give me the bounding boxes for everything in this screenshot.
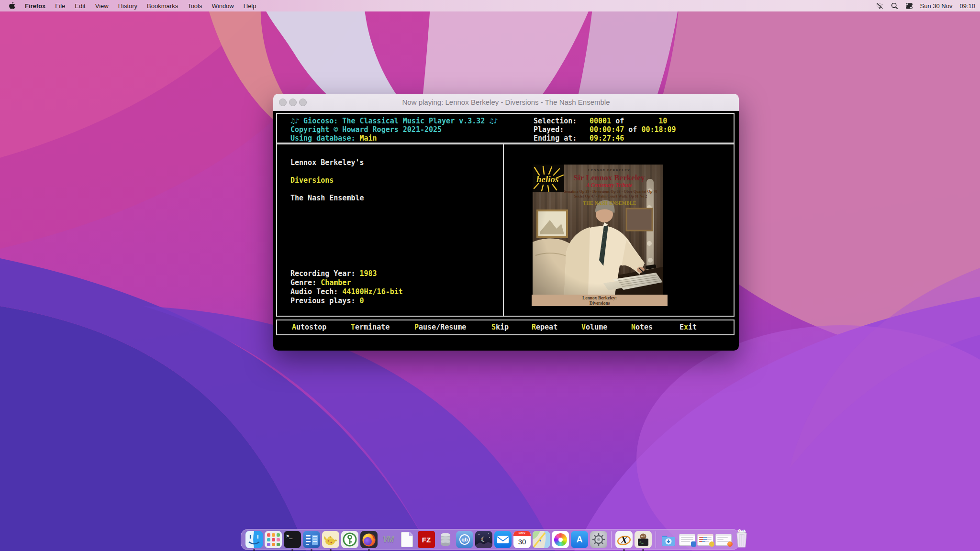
app-store-icon: A bbox=[571, 531, 588, 548]
gear-icon bbox=[590, 531, 607, 548]
menubar-item-tools[interactable]: Tools bbox=[183, 0, 207, 11]
downloads-folder-icon bbox=[660, 531, 677, 548]
menubar-item-help[interactable]: Help bbox=[239, 0, 261, 11]
album-caption: Lennox Berkeley: Diversions bbox=[532, 295, 668, 306]
database-cylinder-icon bbox=[437, 531, 454, 548]
exit-command[interactable]: Exit bbox=[679, 323, 697, 331]
app-title-line: ♫♪ Giocoso: The Classical Music Player v… bbox=[290, 117, 498, 125]
trash-full-icon bbox=[734, 529, 750, 548]
running-indicator bbox=[642, 549, 644, 551]
window-title: Now playing: Lennox Berkeley - Diversion… bbox=[273, 94, 739, 111]
dock-icon-tea-lamp-app[interactable] bbox=[322, 531, 339, 548]
dock-icon-downloads-folder[interactable] bbox=[660, 531, 677, 548]
dock-icon-night-sky-app[interactable]: ☾ bbox=[475, 531, 492, 548]
audio-tech: 44100Hz/16-bit bbox=[342, 287, 402, 296]
dock-separator bbox=[611, 531, 612, 548]
menubar-item-history[interactable]: History bbox=[113, 0, 142, 11]
app-badge-icon bbox=[691, 541, 696, 547]
dock-separator bbox=[656, 531, 656, 548]
dock-icon-mail[interactable] bbox=[494, 531, 512, 548]
dock-icon-qbittorrent[interactable]: qb bbox=[456, 531, 473, 548]
mail-envelope-icon bbox=[494, 531, 512, 548]
app-badge-icon bbox=[709, 541, 714, 547]
minimized-window-document[interactable] bbox=[679, 534, 695, 546]
menubar-item-view[interactable]: View bbox=[90, 0, 113, 11]
menubar-item-edit[interactable]: Edit bbox=[70, 0, 90, 11]
dock-icon-xquartz[interactable]: X bbox=[615, 531, 633, 548]
ending-time: 09:27:46 bbox=[590, 134, 624, 143]
running-indicator bbox=[623, 549, 625, 551]
list-app-icon bbox=[303, 531, 320, 548]
qbittorrent-logo-icon: qb bbox=[456, 531, 473, 548]
dock-icon-calendar[interactable]: NOV 30 bbox=[513, 531, 531, 548]
dock-icon-maps[interactable] bbox=[533, 531, 550, 548]
skip-command[interactable]: Skip bbox=[491, 323, 509, 331]
app-badge-icon bbox=[727, 541, 733, 547]
played-total: 00:18:09 bbox=[641, 125, 676, 134]
now-playing-titles: Lennox Berkeley's Diversions The Nash En… bbox=[290, 158, 364, 211]
dock-icon-launchpad[interactable] bbox=[265, 531, 282, 548]
dock-icon-vmware[interactable]: VM bbox=[379, 531, 397, 548]
dock-icon-system-preferences[interactable] bbox=[590, 531, 607, 548]
recording-year: 1983 bbox=[360, 269, 377, 278]
menubar-app-name[interactable]: Firefox bbox=[20, 0, 50, 11]
composer-line: Lennox Berkeley's bbox=[290, 158, 364, 167]
dock-icon-trash[interactable] bbox=[734, 529, 750, 548]
dock-icon-document-app[interactable] bbox=[399, 531, 416, 548]
dock-icon-firefox[interactable] bbox=[360, 531, 378, 548]
svg-text:Sonatina Op 39 · Diversions Op: Sonatina Op 39 · Diversions Op 63 · Oboe… bbox=[564, 189, 657, 194]
minimized-window-code[interactable] bbox=[697, 534, 713, 546]
svg-text:A Centenary Tribute: A Centenary Tribute bbox=[586, 182, 633, 188]
database-label: Using database: bbox=[290, 134, 360, 143]
notes-command[interactable]: Notes bbox=[631, 323, 653, 331]
selection-label: Selection: bbox=[534, 117, 590, 125]
terminal-prompt-icon: >_ bbox=[284, 531, 301, 548]
menubar-item-bookmarks[interactable]: Bookmarks bbox=[142, 0, 183, 11]
terminate-command[interactable]: Terminate bbox=[351, 323, 390, 331]
svg-text:Sextet Op 47 · Palm Court Walt: Sextet Op 47 · Palm Court Waltz Op 81 No… bbox=[574, 194, 647, 198]
spotlight-search-icon[interactable] bbox=[891, 2, 898, 10]
volume-command[interactable]: Volume bbox=[581, 323, 607, 331]
selection-total: 10 bbox=[658, 117, 667, 125]
wifi-off-icon[interactable] bbox=[876, 2, 884, 10]
firefox-logo-icon bbox=[360, 531, 378, 548]
svg-text:LENNOX BERKELEY: LENNOX BERKELEY bbox=[588, 168, 631, 172]
dock-icon-terminal[interactable]: >_ bbox=[284, 531, 301, 548]
menubar-date[interactable]: Sun 30 Nov bbox=[920, 2, 953, 10]
document-page-icon bbox=[399, 531, 416, 548]
dock: >_ bbox=[241, 529, 739, 550]
playback-status: Selection:00001 of10 Played:00:00:47 of … bbox=[534, 117, 676, 143]
menubar-time[interactable]: 09:10 bbox=[959, 2, 975, 10]
apple-menu[interactable] bbox=[9, 2, 15, 10]
app-banner: ♫♪ Giocoso: The Classical Music Player v… bbox=[290, 117, 498, 143]
minimized-window-browser[interactable] bbox=[715, 534, 732, 546]
dock-icon-finder[interactable] bbox=[245, 531, 263, 548]
window-titlebar[interactable]: Now playing: Lennox Berkeley - Diversion… bbox=[273, 94, 739, 111]
recording-metadata: Recording Year: 1983 Genre: Chamber Audi… bbox=[290, 269, 403, 306]
control-center-icon[interactable] bbox=[905, 3, 913, 9]
performer-line: The Nash Ensemble bbox=[290, 194, 364, 202]
menubar-item-file[interactable]: File bbox=[50, 0, 70, 11]
magic-lamp-icon bbox=[322, 531, 339, 548]
pause-resume-command[interactable]: Pause/Resume bbox=[414, 323, 466, 331]
svg-text:Sir Lennox Berkeley: Sir Lennox Berkeley bbox=[574, 173, 645, 182]
dock-icon-owl-terminal[interactable]: >_ bbox=[635, 531, 652, 548]
running-indicator bbox=[291, 549, 293, 551]
dock-icon-app-store[interactable]: A bbox=[571, 531, 588, 548]
repeat-command[interactable]: Repeat bbox=[532, 323, 557, 331]
menubar-item-window[interactable]: Window bbox=[207, 0, 239, 11]
caption-artist: Lennox Berkeley: bbox=[532, 296, 668, 301]
filezilla-logo-icon: FZ bbox=[418, 531, 435, 548]
giocoso-player-window: Now playing: Lennox Berkeley - Diversion… bbox=[273, 94, 739, 351]
launchpad-grid-icon bbox=[265, 531, 282, 548]
work-title: Diversions bbox=[290, 176, 364, 185]
autostop-command[interactable]: Autostop bbox=[292, 323, 326, 331]
played-label: Played: bbox=[534, 125, 590, 134]
dock-icon-list-app[interactable] bbox=[303, 531, 320, 548]
dock-icon-database-app[interactable] bbox=[437, 531, 454, 548]
dock-icon-photos[interactable] bbox=[552, 531, 569, 548]
svg-text:>_: >_ bbox=[639, 540, 644, 544]
copyright-line: Copyright © Howard Rogers 2021-2025 bbox=[290, 125, 498, 134]
dock-icon-filezilla[interactable]: FZ bbox=[418, 531, 435, 548]
dock-icon-keepassxc[interactable] bbox=[341, 531, 358, 548]
